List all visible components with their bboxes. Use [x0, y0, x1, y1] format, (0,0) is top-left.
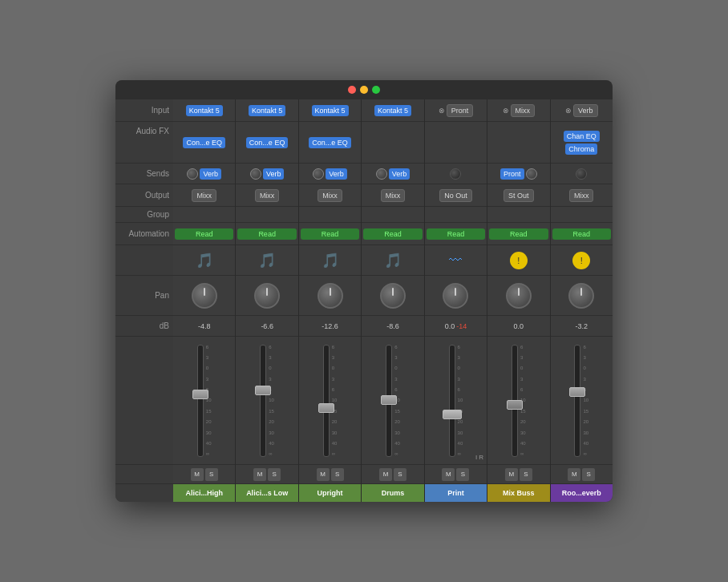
- ch5-fader-track[interactable]: [449, 345, 455, 457]
- ch7-audiofx-1[interactable]: Chan EQ: [564, 131, 600, 142]
- ch5-fader-handle[interactable]: [443, 410, 462, 419]
- ch6-automation-cell: Read: [487, 223, 549, 245]
- ch6-input-button[interactable]: Mixx: [511, 104, 536, 117]
- ch7-input-button[interactable]: Verb: [573, 104, 598, 117]
- ch7-mute-btn[interactable]: M: [568, 468, 580, 481]
- ch2-fader-track[interactable]: [260, 345, 266, 457]
- ch3-send-knob[interactable]: [313, 168, 324, 180]
- ch5-pan-knob[interactable]: [443, 283, 468, 309]
- ch5-automation-btn[interactable]: Read: [427, 228, 485, 240]
- ch6-automation-btn[interactable]: Read: [489, 228, 548, 240]
- ch2-send-btn[interactable]: Verb: [263, 168, 285, 180]
- ch1-audiofx-cell: Con...e EQ: [173, 122, 235, 164]
- ch4-fader-handle[interactable]: [381, 395, 397, 405]
- ch2-automation-btn[interactable]: Read: [237, 228, 296, 240]
- ch6-send-knob[interactable]: [526, 168, 537, 180]
- ch2-output-btn[interactable]: Mixx: [255, 189, 280, 202]
- ch4-send-btn[interactable]: Verb: [389, 168, 411, 180]
- ch7-automation-btn[interactable]: Read: [552, 228, 611, 240]
- ch1-fader-track[interactable]: [197, 345, 204, 457]
- ch3-fader-track[interactable]: [323, 345, 330, 457]
- ch1-audiofx-1[interactable]: Con...e EQ: [183, 137, 225, 148]
- ch6-send-pront-btn[interactable]: Pront: [500, 168, 524, 180]
- ch1-send-knob[interactable]: [187, 168, 198, 180]
- ch1-automation-btn[interactable]: Read: [175, 228, 233, 240]
- ch4-fader-track[interactable]: [386, 345, 392, 457]
- ch2-mute-btn[interactable]: M: [253, 468, 266, 481]
- ch7-pan-knob[interactable]: [568, 283, 594, 309]
- ch6-name-cell[interactable]: Mix Buss: [487, 484, 549, 502]
- ch5-output-btn[interactable]: No Out: [439, 189, 472, 202]
- ch6-pan-knob[interactable]: [506, 283, 532, 309]
- ch4-icon-cell: 🎵: [362, 245, 423, 276]
- ch6-ms-cell: M S: [487, 465, 549, 484]
- ch4-send-knob[interactable]: [376, 168, 387, 180]
- ch1-send-btn[interactable]: Verb: [200, 168, 221, 180]
- ch6-chain-icon: ⊗: [503, 107, 509, 115]
- ch4-audiofx-cell: [362, 122, 423, 164]
- ch5-solo-btn[interactable]: S: [456, 468, 469, 481]
- close-button[interactable]: [348, 86, 356, 94]
- ch4-mute-btn[interactable]: M: [379, 468, 392, 481]
- ch5-mute-btn[interactable]: M: [442, 468, 455, 481]
- ch1-fader-handle[interactable]: [192, 390, 208, 399]
- ch3-pan-knob[interactable]: [317, 283, 343, 309]
- ch3-mute-btn[interactable]: M: [317, 468, 330, 481]
- ch1-name-cell[interactable]: Alici...High: [173, 484, 235, 502]
- ch3-solo-btn[interactable]: S: [331, 468, 344, 481]
- ch4-output-btn[interactable]: Mixx: [381, 189, 406, 202]
- label-input: Input: [115, 99, 173, 122]
- ch2-input-button[interactable]: Kontakt 5: [249, 105, 285, 116]
- ch7-fader-handle[interactable]: [569, 387, 585, 397]
- ch4-pan-knob[interactable]: [380, 283, 406, 309]
- ch2-fader-handle[interactable]: [255, 386, 271, 395]
- ch7-fader-track[interactable]: [574, 345, 580, 457]
- maximize-button[interactable]: [372, 86, 380, 94]
- ch1-sends-cell: Verb: [173, 164, 235, 184]
- ch1-input-button[interactable]: Kontakt 5: [186, 105, 223, 116]
- ch2-solo-btn[interactable]: S: [268, 468, 281, 481]
- ch1-mute-btn[interactable]: M: [191, 468, 204, 481]
- ch6-solo-btn[interactable]: S: [520, 468, 532, 481]
- ch6-output-btn[interactable]: St Out: [504, 189, 534, 202]
- ch7-name-cell[interactable]: Roo...everb: [551, 484, 613, 502]
- ch3-audiofx-1[interactable]: Con...e EQ: [309, 137, 351, 148]
- ch7-db-cell: -3.2: [551, 316, 613, 337]
- ch4-name-cell[interactable]: Drums: [362, 484, 423, 502]
- ch4-input-button[interactable]: Kontakt 5: [374, 105, 411, 116]
- channel-7: ⊗ Verb Chan EQ Chroma Mixx Read: [551, 99, 613, 502]
- minimize-button[interactable]: [360, 86, 368, 94]
- ch6-mute-btn[interactable]: M: [505, 468, 518, 481]
- ch5-input-button[interactable]: Pront: [447, 104, 474, 117]
- ch3-send-btn[interactable]: Verb: [326, 168, 347, 180]
- ch2-name-cell[interactable]: Alici...s Low: [236, 484, 297, 502]
- ch3-output-btn[interactable]: Mixx: [317, 189, 342, 202]
- ch2-send-knob[interactable]: [250, 168, 261, 180]
- ch2-audiofx-1[interactable]: Con...e EQ: [246, 137, 289, 148]
- ch1-solo-btn[interactable]: S: [205, 468, 218, 481]
- ch4-automation-btn[interactable]: Read: [363, 228, 422, 240]
- ch3-fader-handle[interactable]: [318, 403, 334, 413]
- channel-4: Kontakt 5 Verb Mixx Read 🎵: [362, 99, 424, 502]
- ch6-fader-handle[interactable]: [507, 400, 523, 410]
- ch2-automation-cell: Read: [236, 223, 297, 245]
- ir-label: I R: [475, 454, 483, 461]
- ch7-solo-btn[interactable]: S: [582, 468, 595, 481]
- ch2-pan-knob[interactable]: [254, 283, 280, 309]
- ch1-pan-knob[interactable]: [192, 283, 217, 309]
- ch1-icon-cell: 🎵: [173, 245, 235, 276]
- ch3-input-button[interactable]: Kontakt 5: [312, 105, 349, 116]
- ch6-fader-track[interactable]: [512, 345, 518, 457]
- ch5-name-cell[interactable]: Print: [425, 484, 487, 502]
- ch4-solo-btn[interactable]: S: [394, 468, 406, 481]
- ch1-fader-cell: 630361015203040∞: [173, 337, 235, 465]
- ch5-db-cell: 0.0 -14: [425, 316, 487, 337]
- ch7-output-btn[interactable]: Mixx: [569, 189, 594, 202]
- ch3-audiofx-cell: Con...e EQ: [299, 122, 361, 164]
- ch3-name-cell[interactable]: Upright: [299, 484, 361, 502]
- ch6-sends-cell: Pront: [487, 164, 549, 184]
- ch3-automation-btn[interactable]: Read: [301, 228, 359, 240]
- ch1-output-btn[interactable]: Mixx: [192, 189, 216, 202]
- ch7-audiofx-2[interactable]: Chroma: [565, 143, 597, 155]
- label-output: Output: [115, 184, 173, 207]
